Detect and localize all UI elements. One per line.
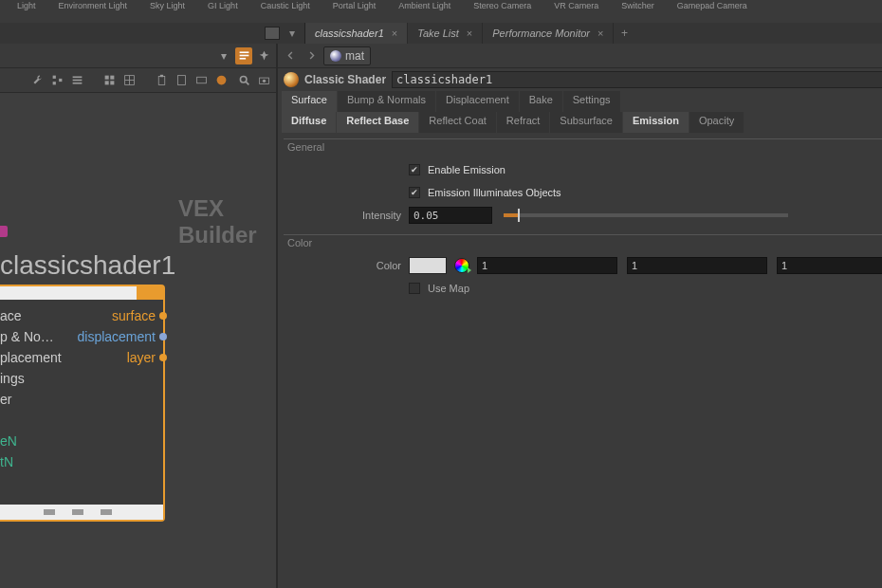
enable-emission-label: Enable Emission [428,164,505,175]
shader-node[interactable]: acesurface p & No…displacement placement… [0,285,165,522]
shelf-item[interactable]: Ambient Light [398,2,450,21]
node-name-input[interactable] [392,71,882,88]
general-group: General Enable Emission Emission Illumin… [284,138,882,227]
color-palette-icon[interactable] [212,72,230,89]
subtab-emission[interactable]: Emission [623,112,689,133]
illuminates-label: Emission Illuminates Objects [428,187,561,198]
illuminates-checkbox[interactable] [409,187,420,198]
svg-rect-6 [72,76,82,78]
tab-label: Take List [417,28,459,39]
note-icon[interactable] [173,72,190,89]
node-body: acesurface p & No…displacement placement… [0,300,163,505]
shelf-item[interactable]: Gamepad Camera [677,2,747,21]
dropdown-icon[interactable]: ▾ [285,27,299,40]
shelf-item[interactable]: Sky Light [150,2,185,21]
close-icon[interactable]: × [597,28,603,39]
group-legend: General [284,138,882,158]
use-map-checkbox[interactable] [409,283,420,294]
search-icon[interactable] [235,72,252,89]
intensity-input[interactable] [409,207,492,224]
group-legend: Color [284,234,882,254]
tab-surface[interactable]: Surface [282,91,337,112]
shelf-item[interactable]: Caustic Light [261,2,310,21]
material-icon [330,50,341,62]
subtab-diffuse[interactable]: Diffuse [282,112,336,133]
shelf-label: Portal Light [333,2,377,10]
shelf-item[interactable]: Stereo Camera [473,2,531,21]
path-chip[interactable]: mat [323,46,371,65]
color-wheel-icon[interactable] [454,258,469,273]
close-icon[interactable]: × [392,28,397,39]
node-input-label: tN [0,454,13,469]
tab-settings[interactable]: Settings [563,91,620,112]
tab-displacement[interactable]: Displacement [436,91,519,112]
subtab-refract[interactable]: Refract [497,112,549,133]
shelf-item[interactable]: Switcher [621,2,654,21]
clipboard-icon[interactable] [153,72,170,89]
slider-handle[interactable] [518,209,520,222]
tree-icon[interactable] [48,72,65,89]
svg-rect-1 [239,55,248,57]
show-params-button[interactable] [235,47,252,64]
shelf-label: Switcher [621,2,654,10]
node-header [0,286,163,300]
slider-fill [504,213,518,217]
shelf-item[interactable]: Portal Light [333,2,377,21]
node-input-label: eN [0,433,17,449]
gallery-icon[interactable] [193,72,210,89]
color-swatch[interactable] [409,257,447,274]
svg-point-24 [262,80,265,83]
node-output-label: layer [127,350,156,365]
subtab-reflect-base[interactable]: Reflect Base [337,112,418,133]
output-port[interactable] [159,312,167,320]
color-r-input[interactable] [477,257,617,274]
tab-perfmon[interactable]: Performance Monitor × [483,23,614,44]
list-icon[interactable] [68,72,85,89]
network-canvas[interactable]: VEX Builder classicshader1 acesurface p … [0,93,276,588]
subtab-opacity[interactable]: Opacity [689,112,744,133]
output-port[interactable] [159,333,167,340]
forward-button[interactable] [303,47,320,64]
path-bar: mat [278,44,882,68]
grid-icon[interactable] [101,72,118,89]
svg-rect-19 [196,77,206,83]
tab-bake[interactable]: Bake [520,91,562,112]
pin-icon[interactable] [255,47,272,64]
context-title: VEX Builder [178,195,276,248]
node-header-row: Classic Shader [278,68,882,91]
svg-rect-2 [239,58,246,60]
path-label: mat [345,49,364,63]
shelf-label: VR Camera [554,2,598,10]
output-port[interactable] [159,354,167,361]
node-name[interactable]: classicshader1 [0,250,175,281]
shelf-item[interactable]: VR Camera [554,2,598,21]
enable-emission-checkbox[interactable] [409,164,420,175]
svg-rect-16 [158,76,165,84]
svg-point-20 [216,76,226,85]
tab-bump-normals[interactable]: Bump & Normals [338,91,435,112]
camera-icon[interactable] [255,72,272,89]
tab-takelist[interactable]: Take List × [408,23,483,44]
color-g-input[interactable] [627,257,767,274]
subtab-reflect-coat[interactable]: Reflect Coat [419,112,496,133]
back-button[interactable] [282,47,299,64]
shelf-item[interactable]: GI Light [208,2,238,21]
node-output-label: displacement [78,329,156,344]
shelf-label: Gamepad Camera [677,2,747,10]
wrench-icon[interactable] [28,72,46,89]
close-icon[interactable]: × [467,28,472,39]
node-footer [0,505,163,520]
shelf-bar: Light Environment Light Sky Light GI Lig… [0,0,882,23]
color-b-input[interactable] [777,257,882,274]
node-flag-icon [0,226,8,237]
add-tab-button[interactable]: + [614,23,634,44]
parameters-pane: mat Classic Shader Surface Bump & Normal… [278,44,882,588]
tab-classicshader[interactable]: classicshader1 × [305,23,408,44]
pane-menu-button[interactable] [265,27,280,40]
intensity-slider[interactable] [504,213,788,217]
subtab-subsurface[interactable]: Subsurface [550,112,622,133]
shelf-item[interactable]: Environment Light [59,2,128,21]
shelf-item[interactable]: Light [17,2,36,21]
table-icon[interactable] [120,72,138,89]
dropdown-icon[interactable]: ▾ [215,47,232,64]
